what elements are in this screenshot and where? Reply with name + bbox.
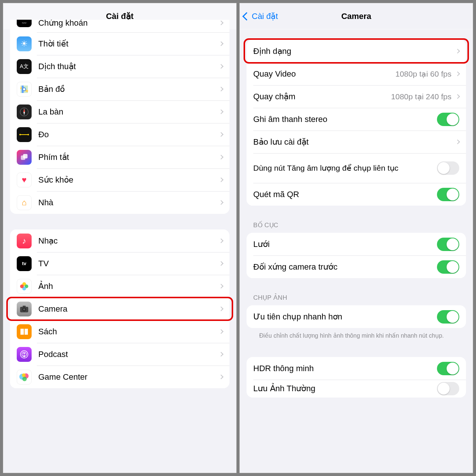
chevron-right-icon — [219, 329, 223, 334]
settings-row-game-center[interactable]: Game Center — [10, 366, 229, 388]
settings-row-suc-khoe[interactable]: ♥ Sức khỏe — [10, 168, 229, 191]
row-label: Dùng nút Tăng âm lượng để chụp liên tục — [253, 163, 437, 173]
svg-point-14 — [23, 308, 25, 311]
chevron-right-icon — [219, 374, 223, 379]
settings-row-la-ban[interactable]: La bàn — [10, 100, 229, 123]
camera-icon — [17, 302, 32, 316]
svg-rect-6 — [23, 154, 28, 158]
row-label: Nhạc — [38, 236, 217, 246]
row-label: Chứng khoán — [38, 20, 217, 28]
chevron-right-icon — [219, 200, 223, 205]
row-label: Lưới — [253, 239, 437, 249]
settings-row-camera[interactable]: Camera — [10, 298, 229, 320]
row-label: Ảnh — [38, 282, 217, 291]
row-label: Dịch thuật — [38, 62, 217, 71]
row-label: Đo — [38, 130, 217, 139]
row-label: Bản đồ — [38, 84, 217, 94]
photos-icon — [17, 279, 32, 294]
chevron-right-icon — [219, 64, 223, 69]
settings-row-tv[interactable]: tv TV — [10, 252, 229, 275]
header: Cài đặt Camera — [240, 3, 473, 29]
row-label: Quay Video — [253, 69, 395, 79]
chevron-right-icon — [219, 306, 223, 311]
tv-icon: tv — [17, 256, 32, 271]
row-quay-cham[interactable]: Quay chậm 1080p tại 240 fps — [247, 85, 466, 108]
chevron-right-icon — [219, 132, 223, 137]
toggle[interactable] — [437, 161, 459, 175]
settings-row-dich-thuat[interactable]: A文 Dịch thuật — [10, 55, 229, 78]
row-label: Camera — [38, 304, 217, 314]
row-luoi[interactable]: Lưới — [247, 233, 466, 255]
settings-row-thoi-tiet[interactable]: ☀ Thời tiết — [10, 32, 229, 55]
row-ghi-am-stereo[interactable]: Ghi âm thanh stereo — [247, 108, 466, 131]
toggle[interactable] — [437, 113, 459, 126]
compass-icon — [17, 104, 32, 119]
row-label: Game Center — [38, 372, 217, 382]
settings-group: 〰 Chứng khoán ☀ Thời tiết A文 Dịch thuật — [10, 20, 229, 214]
row-hdr[interactable]: HDR thông minh — [247, 357, 466, 380]
group-footer: Điều chỉnh chất lượng hình ảnh thông min… — [259, 332, 453, 340]
settings-row-phim-tat[interactable]: Phím tắt — [10, 146, 229, 168]
toggle[interactable] — [437, 362, 459, 375]
settings-row-nhac[interactable]: ♪ Nhạc — [10, 229, 229, 252]
row-value: 1080p tại 60 fps — [395, 70, 451, 78]
row-label: Quét mã QR — [253, 190, 437, 199]
toggle[interactable] — [437, 382, 459, 395]
toggle[interactable] — [437, 238, 459, 251]
chevron-right-icon — [219, 261, 223, 266]
row-label: Podcast — [38, 350, 217, 359]
settings-row-do[interactable]: Đo — [10, 123, 229, 146]
page-title: Camera — [341, 12, 372, 21]
row-doi-xung[interactable]: Đối xứng camera trước — [247, 255, 466, 278]
svg-point-0 — [23, 88, 26, 91]
chevron-right-icon — [219, 87, 223, 91]
row-label: TV — [38, 259, 217, 268]
settings-list[interactable]: 〰 Chứng khoán ☀ Thời tiết A文 Dịch thuật — [3, 20, 236, 473]
toggle[interactable] — [437, 260, 459, 274]
row-label: Định dạng — [253, 46, 454, 56]
settings-row-sach[interactable]: Sách — [10, 320, 229, 343]
group-header: CHỤP ẢNH — [253, 294, 459, 302]
toggle[interactable] — [437, 310, 459, 324]
chevron-right-icon — [455, 94, 460, 99]
chevron-right-icon — [219, 352, 223, 357]
chevron-right-icon — [219, 284, 223, 289]
svg-rect-12 — [23, 306, 26, 308]
row-luu-anh-thuong[interactable]: Lưu Ảnh Thường — [247, 380, 466, 398]
books-icon — [17, 324, 32, 339]
settings-row-ban-do[interactable]: Bản đồ — [10, 78, 229, 100]
row-uu-tien-nhanh[interactable]: Ưu tiên chụp nhanh hơn — [247, 305, 466, 328]
svg-point-3 — [19, 134, 21, 135]
chevron-right-icon — [219, 177, 223, 182]
row-dinh-dang[interactable]: Định dạng — [247, 40, 466, 62]
chevron-right-icon — [455, 71, 460, 76]
gamecenter-icon — [17, 370, 32, 385]
settings-row-anh[interactable]: Ảnh — [10, 275, 229, 298]
settings-group: ♪ Nhạc tv TV Ảnh — [10, 229, 229, 388]
settings-row-nha[interactable]: ⌂ Nhà — [10, 191, 229, 214]
settings-row-chungkhoan[interactable]: 〰 Chứng khoán — [10, 20, 229, 32]
row-label: Lưu Ảnh Thường — [253, 384, 437, 393]
chevron-right-icon — [219, 20, 223, 25]
back-label: Cài đặt — [252, 12, 278, 21]
stocks-icon: 〰 — [17, 20, 32, 27]
toggle[interactable] — [437, 188, 459, 201]
home-icon: ⌂ — [17, 195, 32, 210]
svg-point-21 — [22, 373, 26, 377]
row-nut-tang-am[interactable]: Dùng nút Tăng âm lượng để chụp liên tục — [247, 153, 466, 183]
row-quay-video[interactable]: Quay Video 1080p tại 60 fps — [247, 62, 466, 85]
svg-point-4 — [28, 134, 29, 135]
podcast-icon — [17, 347, 32, 362]
camera-settings-list[interactable]: Định dạng Quay Video 1080p tại 60 fps Qu… — [240, 29, 473, 473]
row-label: Thời tiết — [38, 39, 217, 49]
back-button[interactable]: Cài đặt — [244, 12, 278, 21]
camera-group-bocuc: Lưới Đối xứng camera trước — [247, 233, 466, 278]
settings-pane: Cài đặt 〰 Chứng khoán ☀ Thời tiết A文 Dịc… — [3, 3, 237, 473]
row-quet-qr[interactable]: Quét mã QR — [247, 183, 466, 206]
health-icon: ♥ — [17, 173, 32, 187]
weather-icon: ☀ — [17, 36, 32, 51]
row-label: Đối xứng camera trước — [253, 262, 437, 272]
chevron-right-icon — [455, 139, 460, 144]
row-bao-luu[interactable]: Bảo lưu cài đặt — [247, 131, 466, 153]
settings-row-podcast[interactable]: Podcast — [10, 343, 229, 366]
